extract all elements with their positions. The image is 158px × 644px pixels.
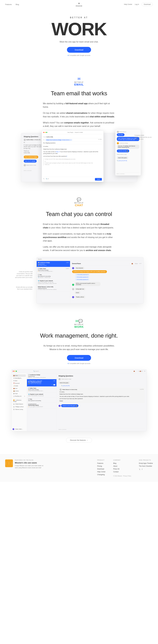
email-message: Rafael Masson to Carlos Kelly 1:43 PM Hi…	[59, 388, 145, 403]
footer-col-company: COMPANY Blog About Press Kit Contact © 2…	[113, 460, 131, 477]
discover-features-link[interactable]: Discover the features →	[66, 438, 92, 442]
footer-link[interactable]: About	[113, 465, 131, 467]
nav-features[interactable]: Features	[5, 4, 12, 6]
logo-icon: ✕	[76, 2, 82, 5]
work-badge-title: WORK	[0, 325, 158, 328]
chat-heading: Team chat you can control	[0, 211, 158, 217]
work-badge-kicker: BETTER AT	[0, 324, 158, 325]
footer-link[interactable]: Pricing	[97, 465, 105, 467]
chat-badge-title: CHAT	[0, 204, 158, 207]
google-compat-note-2: Compatible with Google accounts	[0, 363, 158, 364]
email-caption: Compose emails collaboratively just like…	[134, 134, 152, 140]
conversation-item[interactable]: 💬 Conference Badge 1 of 3 General Room 👍…	[37, 261, 70, 267]
google-compat-note: Compatible with Google accounts	[3, 54, 155, 56]
site-logo[interactable]: ✕ missive	[76, 2, 82, 7]
discover-features: Discover the features →	[0, 439, 158, 441]
chat-screenshot: Chats are just like email conversations.…	[15, 257, 143, 304]
chat-caption-2: Emails still show up normally like in yo…	[15, 286, 33, 290]
sidebar-item[interactable]: Philippe Lehoux	[13, 406, 26, 408]
hero: BETTER AT WORK Meet the one app for team…	[0, 9, 158, 61]
conversation-item[interactable]: ● Ophelia Reeves Partnership inquiry ● D…	[27, 402, 57, 408]
sidebar-item[interactable]: Conference Badge	[13, 399, 26, 403]
work-badge: ✉💬 BETTER AT WORK	[0, 319, 158, 328]
conversation-item[interactable]: 🐦 Popular in your network Jason Fried tw…	[37, 279, 70, 285]
featured-post-icon	[5, 460, 13, 467]
email-body: We started by building a full-featured e…	[43, 102, 115, 128]
facebook-icon[interactable]: f	[142, 468, 142, 470]
sidebar-item[interactable]: ⏰ Snoozed	[13, 382, 26, 384]
chat-badge-kicker: BETTER AT	[0, 202, 158, 204]
work-body: As foreign as chat is to email, mixing t…	[43, 344, 115, 351]
chat-bubble: Hey Conference Badge	[24, 156, 39, 158]
send-button[interactable]: Send	[95, 178, 102, 180]
sidebar-item[interactable]: Rafael Masson	[13, 403, 26, 405]
conversation-item[interactable]: 🐦 Popular in your network Jason Fried tw…	[27, 392, 57, 398]
sidebar-item[interactable]: ✉ Work	[13, 380, 26, 382]
work-heading: Work management, done right.	[0, 332, 158, 339]
hero-subtitle: Meet the one app for team email and chat…	[3, 41, 155, 43]
sidebar-item[interactable]: ✉ tristan@gma...	[13, 377, 26, 379]
featured-title: Missive's 10x use cases	[15, 462, 46, 464]
work-screenshot: 🔍 Search... 📥 ← → ⊘ 📤 🗑 ⋯ ⚙ 📥 Inbox ✉ tr…	[11, 370, 147, 431]
email-badge: ✉ BETTER AT EMAIL	[0, 77, 158, 86]
email-badge-title: EMAIL	[0, 83, 158, 86]
email-badge-kicker: BETTER AT	[0, 82, 158, 83]
conversation-item[interactable]: ● Rafael Masson, Carlos Kelly 1:43 Re: S…	[27, 379, 57, 386]
conversation-item[interactable]: 💬 Sales Team Social media campaign ● Hey…	[27, 386, 57, 392]
nav-login[interactable]: Log in	[135, 4, 139, 5]
footer-link[interactable]: Emoji Apps Timeline	[139, 462, 153, 464]
sidebar-item[interactable]: 📝 Drafts	[13, 385, 26, 387]
footer-col-side: SIDE PROJECTS Emoji Apps Timeline The Hu…	[139, 460, 153, 477]
footer-link[interactable]: Blog	[113, 462, 131, 464]
conversation-item[interactable]: 💬 You Add expense for accounting 📎 Snooz…	[37, 273, 70, 279]
site-header: Features Blog ✕ missive Help Center Log …	[0, 0, 158, 9]
footer-link[interactable]: Help Center	[97, 471, 105, 473]
conversation-item[interactable]: 💬 You Add expense for accounting	[27, 398, 57, 402]
email-heading: Team email that works	[0, 90, 158, 96]
sidebar-item[interactable]: Étienne Lemay	[13, 408, 26, 411]
sidebar-item[interactable]: 📦 Archive	[13, 390, 26, 392]
nav-blog[interactable]: Blog	[16, 4, 19, 6]
footer-col-product: PRODUCT Features Pricing Download Help C…	[97, 460, 105, 477]
header-download-button[interactable]: Download	[142, 2, 153, 6]
conversation-item[interactable]: 💬 Sales Team 2 of 5 Social media campaig…	[37, 267, 70, 273]
nav-help[interactable]: Help Center	[124, 4, 132, 5]
footer-link[interactable]: Download	[97, 468, 105, 470]
chat-caption-1: Chats are just like email conversations.…	[15, 271, 33, 278]
conversation-item[interactable]: Rafael Masson, Carlos Kelly Shipping Que…	[37, 285, 70, 291]
footer-copyright: © 2016 Missive · Privacy Policy	[113, 475, 131, 477]
work-download-button[interactable]: Download	[67, 355, 91, 361]
email-screenshot: Shipping Questions Carlos Kelly to info@…	[21, 133, 137, 182]
briefcase-icon: ✉💬	[0, 319, 158, 323]
chat-bubble: Sure, but I'll validate	[24, 160, 37, 162]
compose-titlebar: New Reply — Saved in Drafts	[42, 130, 103, 134]
sidebar-item[interactable]: 🗑 Trash	[13, 392, 26, 395]
chat-icon: 💬	[0, 198, 158, 202]
sidebar-item[interactable]: 📤 Sent	[13, 387, 26, 390]
footer-link[interactable]: Features	[97, 462, 105, 464]
footer-link[interactable]: Changelog	[97, 474, 105, 476]
mail-icon: ✉	[0, 77, 158, 81]
footer-link[interactable]: Press Kit	[113, 468, 131, 470]
sidebar-inbox[interactable]: 📥 Inbox	[13, 374, 26, 377]
header-nav-left: Features Blog	[5, 4, 19, 6]
chat-body: Email is too slow for internal discussio…	[43, 222, 115, 252]
featured-desc: 5 ways Missive can make your team better…	[15, 464, 46, 469]
featured-kicker: FEATURED ON THE BLOG	[15, 460, 46, 461]
footer-link[interactable]: The Hunt Checklist	[139, 465, 153, 467]
site-footer: FEATURED ON THE BLOG Missive's 10x use c…	[0, 454, 158, 482]
hero-kicker: BETTER AT	[3, 16, 155, 19]
hero-title: WORK	[3, 20, 155, 38]
chat-badge: 💬 BETTER AT CHAT	[0, 198, 158, 207]
header-nav-right: Help Center Log in Download	[124, 2, 153, 6]
conversation-item[interactable]: 💬 Conference Badge General Room Étienne …	[27, 373, 57, 379]
footer-link[interactable]: Contact	[113, 471, 131, 473]
footer-featured-post[interactable]: FEATURED ON THE BLOG Missive's 10x use c…	[5, 460, 46, 477]
hero-download-button[interactable]: Download	[67, 47, 91, 53]
twitter-icon[interactable]: 𝕏	[139, 468, 140, 470]
sidebar-item[interactable]: 📖 Reading List 1	[13, 395, 26, 397]
logo-text: missive	[76, 5, 82, 7]
